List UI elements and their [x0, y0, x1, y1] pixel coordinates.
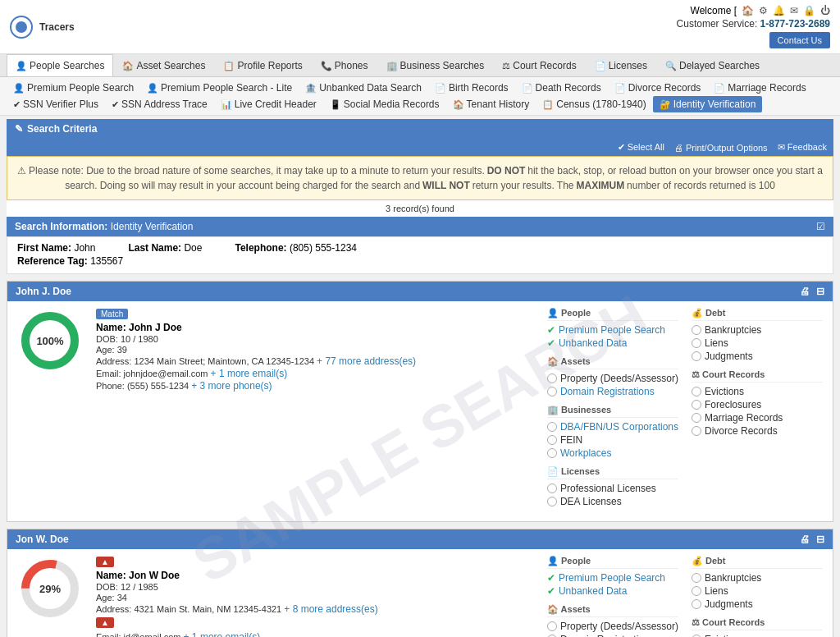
- nav-bar: 👤 People Searches 🏠 Asset Searches 📋 Pro…: [0, 54, 840, 77]
- print-icon-1[interactable]: 🖨: [800, 286, 810, 297]
- service-unbanked-2[interactable]: ✔Unbanked Data: [547, 584, 678, 598]
- result-card-1: John J. Doe 🖨 ⊟ 100% Match Name: John J …: [7, 281, 833, 522]
- service-property-2[interactable]: Property (Deeds/Assessor): [547, 620, 678, 633]
- subnav-premium-people-search-lite[interactable]: 👤 Premium People Search - Lite: [140, 80, 299, 96]
- match-email-1: Email: johnjdoe@email.com + 1 more email…: [96, 368, 534, 379]
- service-domain-1[interactable]: Domain Registrations: [547, 385, 678, 398]
- match-details-2: ▲ Name: Jon W Doe DOB: 12 / 1985 Age: 34…: [96, 556, 534, 637]
- services-debt-1: 💰 Debt Bankruptcies Liens Judgments ⚖ Co…: [692, 308, 823, 515]
- nav-tab-people-searches[interactable]: 👤 People Searches: [7, 54, 113, 76]
- match-email-2: Email: jd@email.com + 1 more email(s): [96, 631, 534, 637]
- match-age-1: Age: 39: [96, 345, 534, 355]
- more-emails-1[interactable]: + 1 more email(s): [211, 368, 288, 379]
- nav-tab-licenses[interactable]: 📄 Licenses: [586, 54, 656, 76]
- court-records-title-1: ⚖ Court Records: [692, 369, 823, 383]
- match-address-2: Address: 4321 Main St. Main, NM 12345-43…: [96, 603, 534, 615]
- match-badge-1: Match: [96, 309, 128, 319]
- subnav-tenant-history[interactable]: 🏠 Tenant History: [446, 96, 536, 112]
- match-address-1: Address: 1234 Main Street; Maintown, CA …: [96, 355, 534, 367]
- service-fein-1[interactable]: FEIN: [547, 433, 678, 447]
- print-icon-2[interactable]: 🖨: [800, 534, 810, 545]
- subnav-birth-records[interactable]: 📄 Birth Records: [428, 80, 515, 96]
- feedback-button[interactable]: ✉ Feedback: [778, 142, 827, 153]
- service-premium-people-2[interactable]: ✔Premium People Search: [547, 571, 678, 584]
- service-bankruptcies-2[interactable]: Bankruptcies: [692, 571, 823, 584]
- result-header-icons-2: 🖨 ⊟: [800, 534, 824, 545]
- search-criteria-title: Search Criteria: [27, 123, 97, 135]
- licenses-section-1: 📄 Licenses Professional Licenses DEA Lic…: [547, 466, 678, 508]
- layout-icon-1[interactable]: ⊟: [816, 286, 824, 297]
- customer-service-phone[interactable]: 1-877-723-2689: [760, 18, 830, 30]
- subnav-ssn-address-trace[interactable]: ✔ SSN Address Trace: [105, 96, 214, 112]
- more-addresses-2[interactable]: + 8 more address(es): [284, 603, 377, 615]
- nav-tab-asset-searches[interactable]: 🏠 Asset Searches: [113, 54, 214, 76]
- service-dea-lic-1[interactable]: DEA Licenses: [547, 495, 678, 508]
- subnav-census[interactable]: 📋 Census (1780-1940): [536, 96, 652, 112]
- search-info-checkbox-icon[interactable]: ☑: [816, 221, 825, 232]
- service-liens-2[interactable]: Liens: [692, 584, 823, 598]
- service-judgments-2[interactable]: Judgments: [692, 598, 823, 611]
- more-emails-2[interactable]: + 1 more email(s): [184, 631, 261, 637]
- match-dob-1: DOB: 10 / 1980: [96, 334, 534, 344]
- people-title-2: 👤 People: [547, 556, 678, 569]
- search-info-header: Search Information: Identity Verificatio…: [7, 217, 833, 236]
- businesses-section-1: 🏢 Businesses DBA/FBN/US Corporations FEI…: [547, 405, 678, 460]
- service-property-1[interactable]: Property (Deeds/Assessor): [547, 372, 678, 385]
- service-divorce-records-1[interactable]: Divorce Records: [692, 424, 823, 438]
- match-details-1: Match Name: John J Doe DOB: 10 / 1980 Ag…: [96, 308, 534, 515]
- service-bankruptcies-1[interactable]: Bankruptcies: [692, 323, 823, 337]
- contact-us-button[interactable]: Contact Us: [769, 32, 830, 48]
- service-evictions-2[interactable]: Evictions: [692, 633, 823, 637]
- service-workplaces-1[interactable]: Workplaces: [547, 447, 678, 460]
- main-content: SAMPLE SEARCH ✎ Search Criteria ✔ Select…: [0, 116, 840, 637]
- service-marriage-records-1[interactable]: Marriage Records: [692, 411, 823, 424]
- service-unbanked-1[interactable]: ✔Unbanked Data: [547, 337, 678, 350]
- layout-icon-2[interactable]: ⊟: [816, 534, 824, 545]
- subnav-divorce-records[interactable]: 📄 Divorce Records: [608, 80, 708, 96]
- records-count: 3 record(s) found: [7, 200, 833, 217]
- subnav-social-media-records[interactable]: 📱 Social Media Records: [323, 96, 446, 112]
- notifications-icon[interactable]: 🔔: [773, 5, 785, 16]
- service-liens-1[interactable]: Liens: [692, 337, 823, 350]
- subnav-ssn-verifier-plus[interactable]: ✔ SSN Verifier Plus: [7, 96, 105, 112]
- print-output-button[interactable]: 🖨 Print/Output Options: [674, 143, 768, 153]
- percentage-label-2: 29%: [39, 583, 61, 595]
- service-evictions-1[interactable]: Evictions: [692, 385, 823, 398]
- assets-title-1: 🏠 Assets: [547, 356, 678, 369]
- service-premium-people-1[interactable]: ✔Premium People Search: [547, 323, 678, 337]
- subnav-identity-verification[interactable]: 🔐 Identity Verification: [653, 96, 763, 112]
- subnav-death-records[interactable]: 📄 Death Records: [515, 80, 608, 96]
- settings-icon[interactable]: ⚙: [759, 5, 768, 16]
- nav-tab-business-searches[interactable]: 🏢 Business Searches: [377, 54, 494, 76]
- service-domain-2[interactable]: Domain Registrations: [547, 633, 678, 637]
- more-phones-1[interactable]: + 3 more phone(s): [191, 380, 272, 392]
- result-header-1: John J. Doe 🖨 ⊟: [7, 282, 833, 301]
- lock-icon[interactable]: 🔒: [803, 5, 815, 16]
- service-foreclosures-1[interactable]: Foreclosures: [692, 398, 823, 411]
- subnav-live-credit-header[interactable]: 📊 Live Credit Header: [214, 96, 323, 112]
- messages-icon[interactable]: ✉: [790, 5, 798, 16]
- nav-tab-phones[interactable]: 📞 Phones: [312, 54, 377, 76]
- nav-tab-profile-reports[interactable]: 📋 Profile Reports: [214, 54, 311, 76]
- nav-tab-delayed-searches[interactable]: 🔍 Delayed Searches: [656, 54, 769, 76]
- service-professional-lic-1[interactable]: Professional Licenses: [547, 482, 678, 495]
- service-dba-1[interactable]: DBA/FBN/US Corporations: [547, 420, 678, 433]
- more-addresses-1[interactable]: + 77 more address(es): [317, 355, 416, 367]
- subnav-unbanked-data-search[interactable]: 🏦 Unbanked Data Search: [299, 80, 428, 96]
- customer-service: Customer Service: 1-877-723-2689: [677, 18, 830, 30]
- header-right: Welcome [ 🏠 ⚙ 🔔 ✉ 🔒 ⏻ Customer Service: …: [677, 5, 830, 48]
- select-all-button[interactable]: ✔ Select All: [618, 142, 664, 153]
- warning-text4: number of records returned is 100: [627, 180, 775, 191]
- businesses-title-1: 🏢 Businesses: [547, 405, 678, 418]
- match-phone-1: Phone: (555) 555-1234 + 3 more phone(s): [96, 380, 534, 392]
- result-name-2: Jon W. Doe: [16, 534, 69, 545]
- reference-tag-field: Reference Tag: 135567: [17, 255, 123, 267]
- subnav-premium-people-search[interactable]: 👤 Premium People Search: [7, 80, 140, 96]
- service-judgments-1[interactable]: Judgments: [692, 350, 823, 363]
- subnav-marriage-records[interactable]: 📄 Marriage Records: [707, 80, 812, 96]
- search-info-row-1: First Name: John Last Name: Doe Telephon…: [17, 242, 823, 254]
- assets-title-2: 🏠 Assets: [547, 604, 678, 617]
- power-icon[interactable]: ⏻: [820, 5, 830, 16]
- nav-tab-court-records[interactable]: ⚖ Court Records: [493, 54, 585, 76]
- home-icon[interactable]: 🏠: [742, 5, 754, 16]
